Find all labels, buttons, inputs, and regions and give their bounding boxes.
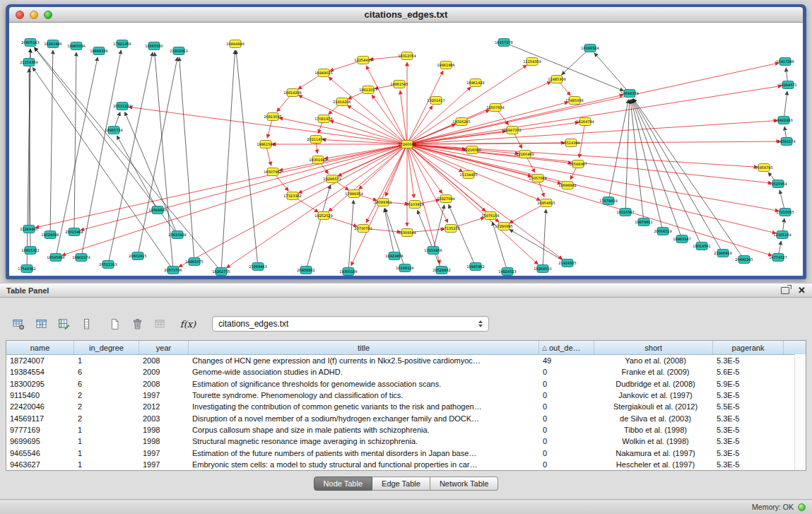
graph-node-label: 15917298 [776, 59, 794, 64]
column-header-year[interactable]: year [139, 341, 189, 354]
graph-edge [366, 144, 407, 223]
column-header-in_degree[interactable]: in_degree [74, 341, 139, 354]
close-panel-icon[interactable]: ✕ [798, 286, 806, 295]
table-cell-short: Wolkin et al. (1998) [594, 437, 713, 445]
table-row[interactable]: 969969511998Structural magnetic resonanc… [6, 436, 806, 447]
table-row[interactable]: 946362711997Embryonic stem cells: a mode… [6, 459, 806, 470]
graph-node-label: 20605163 [21, 40, 39, 45]
table-cell-pagerank: 5.3E-5 [713, 414, 784, 423]
graph-node-label: 19861986 [437, 63, 454, 67]
table-row[interactable]: 2242004622012Investigating the contribut… [6, 401, 806, 412]
table-row[interactable]: 946554611997Estimation of the future num… [6, 447, 806, 458]
graph-node-label: 17280895 [495, 224, 512, 228]
graph-node-label: 16815322 [21, 248, 39, 252]
network-canvas[interactable]: 1724004118312054122544391694902518814298… [9, 23, 803, 276]
tab-edge-table[interactable]: Edge Table [372, 477, 430, 491]
graph-edge [385, 144, 407, 197]
minimize-button[interactable] [30, 11, 38, 19]
import-table-icon [154, 318, 166, 330]
memory-status-dot [798, 503, 806, 511]
graph-node-label: 16507962 [264, 170, 281, 174]
column-header-short[interactable]: short [594, 341, 713, 354]
table-settings-button[interactable] [8, 315, 28, 333]
graph-edge [633, 99, 723, 253]
graph-node-label: 20512163 [99, 262, 117, 267]
graph-node-label: 13201617 [427, 98, 445, 103]
table-cell-short: Tibbo et al. (1998) [594, 426, 713, 434]
citation-network-graph: 1724004118312054122544391694902518814298… [9, 23, 803, 276]
table-cell-short: Dudbridge et al. (2008) [594, 380, 713, 388]
window-titlebar[interactable]: citations_edges.txt [9, 7, 803, 23]
graph-node-label: 18612017 [359, 88, 377, 92]
dropdown-selected-value: citations_edges.txt [218, 319, 478, 329]
table-row[interactable]: 1456911722003Disruption of a novel membe… [6, 412, 806, 424]
table-row[interactable]: 1938455462009Genome-wide association stu… [6, 366, 806, 378]
graph-edge [221, 50, 235, 271]
graph-node-label: 18264510 [534, 267, 551, 271]
graph-node-label: 16198126 [396, 266, 413, 270]
new-table-button[interactable] [105, 315, 124, 333]
table-selector-dropdown[interactable]: citations_edges.txt [212, 316, 489, 332]
import-table-button[interactable] [150, 315, 170, 333]
table-cell-short: de Silva et al. (2003) [594, 414, 713, 423]
column-header-name[interactable]: name [6, 341, 74, 354]
column-header-title[interactable]: title [189, 341, 539, 354]
edit-columns-button[interactable] [54, 315, 73, 333]
table-panel-header[interactable]: Table Panel ✕ [0, 283, 812, 298]
graph-edge [407, 141, 780, 144]
table-cell-title: Estimation of significance thresholds fo… [189, 380, 539, 388]
table-cell-title: Investigating the contribution of common… [189, 402, 539, 411]
table-cell-name: 22420046 [6, 402, 74, 411]
memory-status-label: Memory: OK [752, 503, 794, 511]
graph-node-label: 17679819 [599, 199, 617, 203]
table-cell-in_degree: 1 [74, 426, 139, 434]
column-header-out_degree[interactable]: △out_de… [539, 341, 594, 354]
graph-node-label: 18507834 [486, 105, 504, 110]
table-cell-name: 14569117 [6, 414, 74, 423]
function-icon: f(x) [180, 319, 196, 329]
graph-node-label: 20610438 [168, 233, 186, 237]
table-cell-short: Hescheler et al. (1997) [594, 460, 713, 469]
function-builder-button[interactable]: f(x) [178, 315, 198, 333]
table-cell-year: 2008 [139, 356, 189, 365]
graph-edge [630, 100, 644, 222]
table-cell-pagerank: 5.3E-5 [713, 391, 784, 399]
vertical-scrollbar[interactable] [794, 354, 806, 470]
graph-node-label: 16949025 [314, 71, 332, 75]
graph-edge [117, 136, 158, 210]
close-button[interactable] [16, 11, 24, 19]
graph-node-label: 16164794 [576, 119, 594, 124]
table-row[interactable]: 911546021997Tourette syndrome. Phenomeno… [6, 390, 806, 401]
float-panel-icon[interactable] [781, 287, 789, 294]
table-cell-out_degree: 0 [539, 426, 594, 434]
graph-edge [417, 210, 442, 270]
graph-node-label: 16774527 [769, 255, 787, 259]
window-title: citations_edges.txt [365, 9, 448, 20]
graph-node-label: 20211476 [307, 137, 324, 141]
table-cell-title: Corpus callosum shape and size in male p… [189, 426, 539, 434]
graph-node-label: 19284571 [779, 83, 796, 87]
graph-edge [279, 118, 407, 144]
table-row[interactable]: 1872400712008Changes of HCN gene express… [6, 355, 806, 366]
column-view-button[interactable] [76, 315, 96, 333]
column-header-pagerank[interactable]: pagerank [713, 341, 784, 354]
table-cell-out_degree: 0 [539, 368, 594, 376]
table-cell-short: Yano et al. (2008) [594, 356, 713, 365]
graph-node-label: 18316265 [452, 119, 470, 124]
tab-network-table[interactable]: Network Table [430, 477, 499, 491]
table-cell-out_degree: 0 [539, 414, 594, 423]
tab-node-table[interactable]: Node Table [314, 477, 372, 491]
graph-node-label: 18442493 [775, 118, 792, 122]
graph-node-label: 13154456 [424, 248, 442, 252]
zoom-button[interactable] [44, 11, 52, 19]
select-columns-button[interactable] [31, 315, 51, 333]
graph-node-label: 19565500 [145, 44, 163, 48]
graph-node-label: 17999354 [345, 192, 363, 196]
table-row[interactable]: 977716911998Corpus callosum shape and si… [6, 424, 806, 436]
graph-node-label: 19344640 [148, 208, 166, 212]
graph-node-label: 20528832 [433, 268, 450, 272]
table-panel-title: Table Panel [6, 286, 49, 295]
delete-table-button[interactable] [127, 315, 147, 333]
graph-node-label: 21069463 [249, 264, 266, 269]
table-row[interactable]: 1830029562008Estimation of significance … [6, 378, 806, 390]
